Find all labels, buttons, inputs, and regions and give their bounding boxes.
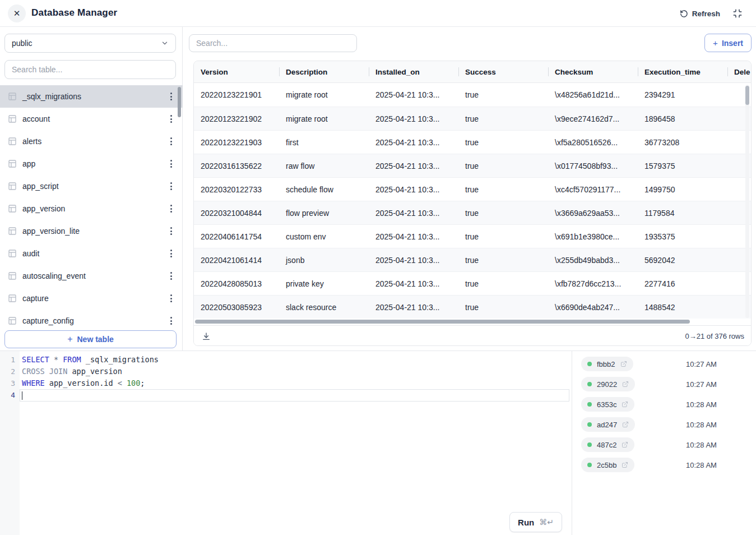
table-options-button[interactable] [165,180,177,192]
insert-button[interactable]: + Insert [704,34,752,52]
query-pill-fbbb2[interactable]: fbbb2 [581,357,633,371]
external-link-icon[interactable] [620,361,627,367]
cell[interactable]: migrate root [279,83,369,107]
cell[interactable]: 1488542 [638,296,727,319]
table-options-button[interactable] [165,158,177,170]
cell[interactable]: 20220123221902 [194,107,279,130]
cell[interactable]: \x3669a629aa53... [548,201,638,224]
table-options-button[interactable] [165,270,177,282]
run-button[interactable]: Run ⌘↵ [509,512,562,532]
cell[interactable]: \xfb7827d6cc213... [548,272,638,295]
sidebar-item-alerts[interactable]: alerts [0,130,183,153]
cell[interactable]: first [279,131,369,154]
cell[interactable]: 5692042 [638,248,727,271]
sidebar-item-app[interactable]: app [0,153,183,175]
sidebar-item-capture[interactable]: capture [0,287,183,310]
cell[interactable]: \x9ece274162d7... [548,107,638,130]
horizontal-scrollbar[interactable] [195,320,751,324]
code-line-4[interactable] [20,389,569,402]
cell[interactable]: custom env [279,225,369,248]
table-options-button[interactable] [165,135,177,147]
cell[interactable]: 1935375 [638,225,727,248]
table-options-button[interactable] [165,90,177,103]
cell[interactable]: 20220123221901 [194,83,279,107]
table-row[interactable]: 20220428085013private key2025-04-21 10:3… [194,271,752,295]
cell[interactable]: 20220320122733 [194,178,279,201]
cell[interactable]: true [458,107,548,130]
table-search-input[interactable] [4,60,176,79]
cell[interactable]: \xf5a280516526... [548,131,638,154]
cell[interactable]: 20220421061414 [194,248,279,271]
new-table-button[interactable]: + New table [4,330,177,348]
cell[interactable]: 1179584 [638,201,727,224]
cell[interactable]: \x6690de4ab247... [548,296,638,319]
code-line-1[interactable]: SELECT * FROM _sqlx_migrations [20,354,569,366]
cell[interactable]: schedule flow [279,178,369,201]
sidebar-item-app_version_lite[interactable]: app_version_lite [0,220,183,242]
cell[interactable]: 2025-04-21 10:3... [369,248,458,271]
cell[interactable]: 1896458 [638,107,727,130]
sidebar-item-audit[interactable]: audit [0,242,183,265]
external-link-icon[interactable] [622,381,629,388]
download-button[interactable] [202,331,213,342]
collapse-button[interactable] [732,8,744,19]
table-row[interactable]: 20220123221901migrate root2025-04-21 10:… [194,83,752,107]
cell[interactable]: 2025-04-21 10:3... [369,178,458,201]
query-pill-ad247[interactable]: ad247 [581,417,635,432]
cell[interactable]: migrate root [279,107,369,130]
cell[interactable]: jsonb [279,248,369,271]
cell[interactable]: true [458,154,548,177]
external-link-icon[interactable] [622,401,628,408]
cell[interactable]: 2025-04-21 10:3... [369,201,458,224]
table-row[interactable]: 20220421061414jsonb2025-04-21 10:3...tru… [194,248,752,271]
cell[interactable]: 1499750 [638,178,727,201]
query-pill-6353c[interactable]: 6353c [581,397,634,412]
cell[interactable]: \x691b1e3980ce... [548,225,638,248]
table-options-button[interactable] [165,315,177,327]
sidebar-scrollbar[interactable] [178,87,181,117]
cell[interactable]: \x01774508bf93... [548,154,638,177]
cell[interactable]: 2277416 [638,272,727,295]
cell[interactable]: 2025-04-21 10:3... [369,225,458,248]
cell[interactable]: 36773208 [638,131,727,154]
vertical-scrollbar-thumb[interactable] [745,86,749,105]
cell[interactable]: true [458,131,548,154]
sidebar-item-account[interactable]: account [0,108,183,130]
code-line-2[interactable]: CROSS JOIN app_version [20,366,569,377]
table-options-button[interactable] [165,202,177,215]
refresh-button[interactable]: Refresh [680,7,720,20]
cell[interactable]: 2394291 [638,83,727,107]
cell[interactable]: \x255db49babd3... [548,248,638,271]
table-row[interactable]: 20220316135622raw flow2025-04-21 10:3...… [194,154,752,177]
query-pill-29022[interactable]: 29022 [581,377,635,391]
cell[interactable]: 2025-04-21 10:3... [369,296,458,319]
cell[interactable]: 20220123221903 [194,131,279,154]
cell[interactable]: \x48256a61d21d... [548,83,638,107]
sidebar-item-capture_config[interactable]: capture_config [0,310,183,332]
sql-editor[interactable]: 1234 SELECT * FROM _sqlx_migrationsCROSS… [0,351,572,535]
vertical-scrollbar[interactable] [745,85,749,318]
table-row[interactable]: 20220503085923slack resource2025-04-21 1… [194,295,752,319]
cell[interactable]: true [458,83,548,107]
table-options-button[interactable] [165,292,177,305]
close-button[interactable]: ✕ [8,4,26,22]
cell[interactable]: 2025-04-21 10:3... [369,131,458,154]
external-link-icon[interactable] [622,441,628,448]
table-row[interactable]: 20220123221903first2025-04-21 10:3...tru… [194,130,752,154]
cell[interactable]: 2025-04-21 10:3... [369,154,458,177]
schema-select[interactable]: public [4,34,176,53]
horizontal-scrollbar-thumb[interactable] [195,320,690,324]
external-link-icon[interactable] [622,462,628,468]
query-pill-487c2[interactable]: 487c2 [581,437,634,452]
table-row[interactable]: 20220406141754custom env2025-04-21 10:3.… [194,224,752,248]
table-row[interactable]: 20220123221902migrate root2025-04-21 10:… [194,107,752,130]
external-link-icon[interactable] [622,421,629,428]
cell[interactable]: 20220321004844 [194,201,279,224]
table-options-button[interactable] [165,113,177,125]
cell[interactable]: true [458,178,548,201]
cell[interactable]: 20220316135622 [194,154,279,177]
cell[interactable]: true [458,296,548,319]
cell[interactable]: slack resource [279,296,369,319]
sidebar-item-autoscaling_event[interactable]: autoscaling_event [0,265,183,287]
cell[interactable]: true [458,272,548,295]
